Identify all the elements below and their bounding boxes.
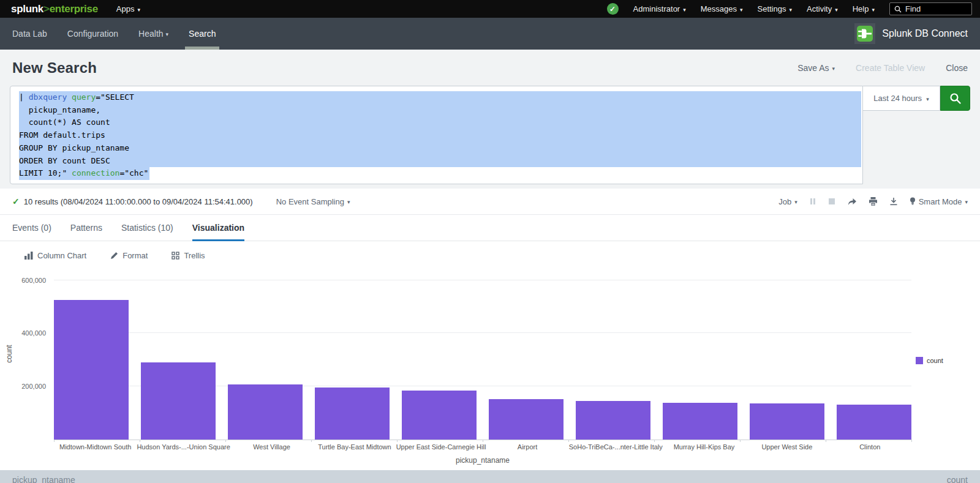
appbar-item-configuration[interactable]: Configuration: [67, 18, 118, 50]
share-button[interactable]: [847, 197, 857, 206]
selected-query-text: pickup_ntaname,: [19, 104, 861, 117]
query-line: | dbxquery query="SELECT: [10, 91, 862, 104]
health-status-badge[interactable]: ✓: [607, 3, 619, 15]
x-axis-category-label: Murray Hill-Kips Bay: [663, 443, 745, 451]
chart-plot: 200,000400,000600,000: [54, 268, 911, 440]
tab-visualization[interactable]: Visualization: [192, 215, 244, 241]
y-axis-title: count: [5, 345, 13, 362]
chart-legend[interactable]: count: [916, 357, 943, 364]
check-icon: ✓: [609, 5, 616, 13]
chart-bar[interactable]: [663, 403, 737, 440]
topbar-menu-help[interactable]: Help▾: [853, 4, 875, 13]
chevron-down-icon: ▾: [740, 7, 743, 13]
create-table-view-button[interactable]: Create Table View: [856, 63, 925, 73]
page-header: New Search Save As▾ Create Table View Cl…: [0, 50, 980, 86]
chart-bars: [54, 268, 911, 440]
x-axis-category-label: Upper East Side-Carnegie Hill: [396, 443, 486, 451]
y-axis-tick-label: 600,000: [21, 277, 46, 284]
tab-label: Visualization: [192, 223, 244, 233]
column-chart: count 200,000400,000600,000 Midtown-Midt…: [0, 266, 980, 461]
appbar-item-data-lab[interactable]: Data Lab: [12, 18, 47, 50]
tab-events-0[interactable]: Events (0): [12, 215, 51, 241]
topbar-menu-activity[interactable]: Activity▾: [807, 4, 838, 13]
app-nav-bar: Data LabConfigurationHealth▾Search Splun…: [0, 18, 980, 50]
selected-query-text: GROUP BY pickup_ntaname: [19, 142, 861, 155]
chart-bar[interactable]: [402, 391, 477, 440]
save-as-button[interactable]: Save As▾: [797, 63, 835, 73]
selected-query-text: LIMIT 10;" connection="chc": [19, 167, 149, 180]
x-axis-tick: [397, 440, 398, 442]
x-axis-category-label: Airport: [486, 443, 568, 451]
query-line: pickup_ntaname,: [10, 104, 862, 117]
print-button[interactable]: [869, 197, 878, 206]
x-axis-tick: [140, 440, 140, 442]
statistics-table-header: pickup_ntaname count: [0, 470, 980, 483]
x-axis-tick: [568, 440, 569, 442]
chevron-down-icon: ▾: [965, 199, 968, 205]
chevron-down-icon: ▾: [926, 96, 929, 102]
query-line: FROM default.trips: [10, 129, 862, 142]
x-axis-category-label: West Village: [230, 443, 313, 451]
tab-label: Patterns: [70, 223, 102, 233]
x-axis-tick: [225, 440, 226, 442]
query-line: count(*) AS count: [10, 116, 862, 129]
pencil-icon: [110, 252, 118, 260]
topbar-menus: Administrator▾Messages▾Settings▾Activity…: [633, 4, 875, 13]
chart-type-picker[interactable]: Column Chart: [24, 251, 86, 260]
search-submit-button[interactable]: [940, 86, 970, 111]
tab-statistics-10[interactable]: Statistics (10): [121, 215, 173, 241]
stop-button[interactable]: [828, 198, 835, 205]
tab-patterns[interactable]: Patterns: [70, 215, 102, 241]
chart-bar[interactable]: [576, 401, 650, 440]
export-button[interactable]: [889, 197, 898, 206]
active-nav-underline: [185, 47, 219, 50]
time-range-picker[interactable]: Last 24 hours▾: [863, 86, 940, 111]
x-axis-tick: [483, 440, 483, 442]
x-axis-tick: [311, 440, 312, 442]
format-button[interactable]: Format: [110, 251, 148, 260]
close-button[interactable]: Close: [946, 63, 968, 73]
tab-label: Statistics (10): [121, 223, 173, 233]
topbar-menu-administrator[interactable]: Administrator▾: [633, 4, 686, 13]
db-connect-logo-icon: [854, 23, 875, 44]
splunk-logo: splunk>enterprise: [11, 3, 98, 15]
top-bar: splunk>enterprise Apps▾ ✓ Administrator▾…: [0, 0, 980, 18]
appbar-item-health[interactable]: Health▾: [138, 18, 168, 50]
chart-bar[interactable]: [489, 399, 564, 440]
chart-bar[interactable]: [315, 388, 390, 440]
chart-bar[interactable]: [228, 384, 303, 440]
chevron-down-icon: ▾: [166, 31, 169, 37]
topbar-menu-label: Help: [853, 4, 869, 13]
table-column-header-left[interactable]: pickup_ntaname: [12, 475, 75, 483]
x-axis-tick: [826, 440, 826, 442]
chart-bar[interactable]: [141, 362, 216, 440]
appbar-items: Data LabConfigurationHealth▾Search: [12, 18, 236, 50]
table-column-header-right[interactable]: count: [947, 475, 968, 483]
search-icon: [894, 6, 902, 13]
topbar-menu-settings[interactable]: Settings▾: [758, 4, 793, 13]
trellis-button[interactable]: Trellis: [172, 251, 205, 260]
search-mode-dropdown[interactable]: Smart Mode▾: [910, 197, 968, 206]
x-axis-tick: [654, 440, 655, 442]
app-name[interactable]: Splunk DB Connect: [882, 28, 968, 39]
pause-button[interactable]: [809, 198, 816, 205]
x-axis-category-label: Turtle Bay-East Midtown: [313, 443, 396, 451]
topbar-menu-label: Administrator: [633, 4, 680, 13]
query-editor[interactable]: | dbxquery query="SELECT pickup_ntaname,…: [10, 86, 863, 184]
event-sampling-dropdown[interactable]: No Event Sampling▾: [276, 197, 350, 206]
chevron-down-icon: ▾: [347, 199, 350, 205]
chevron-down-icon: ▾: [137, 7, 140, 13]
success-check-icon: ✓: [12, 197, 20, 206]
apps-menu[interactable]: Apps▾: [116, 4, 140, 13]
query-line: ORDER BY count DESC: [10, 155, 862, 168]
appbar-item-search[interactable]: Search: [189, 18, 216, 50]
selected-query-text: ORDER BY count DESC: [19, 155, 861, 168]
job-menu[interactable]: Job▾: [778, 197, 797, 206]
topbar-menu-messages[interactable]: Messages▾: [701, 4, 743, 13]
chart-bar[interactable]: [750, 403, 824, 440]
find-search-input[interactable]: Find: [889, 2, 972, 15]
chart-bar[interactable]: [54, 300, 129, 440]
chart-bar[interactable]: [837, 405, 911, 440]
y-axis-tick-label: 200,000: [21, 383, 46, 390]
appbar-item-label: Health: [138, 29, 163, 39]
